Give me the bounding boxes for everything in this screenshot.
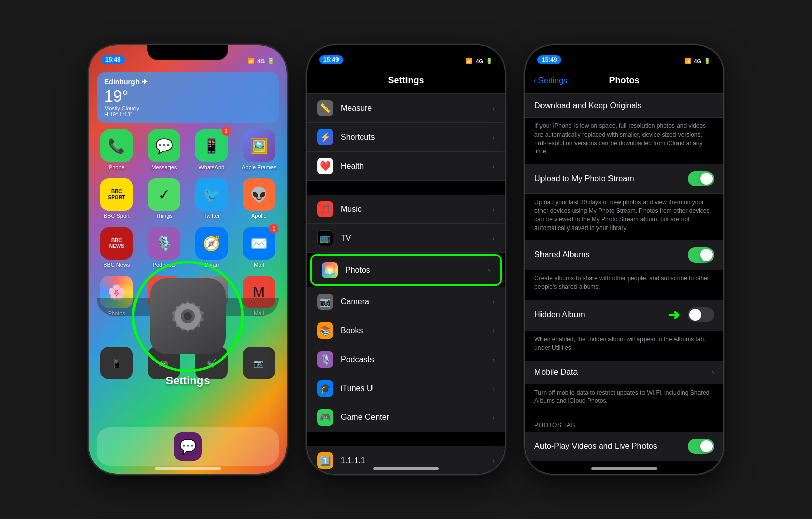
app-podcasts[interactable]: 🎙️ Podcasts — [145, 227, 184, 268]
app-messages[interactable]: 💬 Messages — [145, 129, 184, 170]
weather-temp: 19° — [104, 88, 272, 104]
shortcuts-icon: ⚡ — [317, 129, 333, 145]
home-indicator-2 — [373, 467, 439, 470]
settings-item-music[interactable]: 🎵 Music › — [307, 195, 505, 224]
home-screen-overlay — [97, 298, 279, 316]
app-grid-row2: BBCSPORT BBC Sport ✓ Things 🐦 Twitter 👽 … — [97, 178, 279, 219]
settings-list: 📏 Measure › ⚡ Shortcuts › ❤️ Health › — [307, 94, 505, 474]
photos-nav-title: Photos — [609, 75, 640, 86]
status-icons-2: 📶 4G 🔋 — [466, 58, 493, 64]
home-content: Edinburgh ✈ 19° Mostly Cloudy H:19° L:13… — [89, 68, 287, 474]
status-icons-3: 📶 4G 🔋 — [684, 58, 711, 64]
upload-stream-desc: Upload your last 30 days of new photos a… — [525, 194, 723, 240]
status-time-3: 15:49 — [537, 55, 561, 64]
toggle-knob-autoplay — [700, 440, 713, 452]
tv-icon: 📺 — [317, 230, 333, 246]
toggle-knob-hidden — [689, 309, 701, 321]
weather-widget[interactable]: Edinburgh ✈ 19° Mostly Cloudy H:19° L:13… — [97, 72, 279, 123]
home-indicator-1 — [155, 467, 221, 470]
photos-icon: 🌅 — [322, 262, 338, 278]
cloudflare-icon: 1️⃣ — [317, 452, 333, 469]
hidden-album-row[interactable]: Hidden Album ➜ — [525, 300, 723, 331]
itunes-u-icon: 🎓 — [317, 380, 333, 397]
app-whatsapp[interactable]: 📱 3 WhatsApp — [192, 129, 231, 170]
app-bbcsport[interactable]: BBCSPORT BBC Sport — [97, 178, 137, 219]
photos-tab-header: PHOTOS TAB — [525, 413, 723, 432]
notch-2 — [365, 45, 447, 60]
dock-slack[interactable]: 💬 — [174, 432, 202, 461]
settings-item-health[interactable]: ❤️ Health › — [307, 152, 505, 181]
health-icon: ❤️ — [317, 158, 333, 174]
photos-content: Download and Keep Originals If your iPho… — [525, 94, 723, 474]
shared-albums-desc: Create albums to share with other people… — [525, 270, 723, 300]
shared-albums-toggle[interactable] — [688, 247, 714, 263]
settings-item-books[interactable]: 📚 Books › — [307, 316, 505, 345]
green-arrow-icon: ➜ — [668, 307, 680, 323]
hidden-album-toggle[interactable] — [688, 307, 714, 322]
app-mail[interactable]: ✉️ 1 Mail — [240, 227, 279, 268]
status-icons-1: 📶 4G 🔋 — [248, 58, 275, 64]
separator-2 — [307, 432, 505, 446]
settings-nav: Settings — [307, 68, 505, 94]
mobile-data-row[interactable]: Mobile Data › — [525, 361, 723, 384]
podcasts-icon: 🎙️ — [317, 351, 333, 368]
settings-nav-title: Settings — [388, 75, 424, 86]
home-indicator-3 — [591, 467, 657, 470]
phone-1: 15:48 📶 4G 🔋 Edinburgh ✈ 19° — [89, 45, 287, 474]
app-frames[interactable]: 🖼️ Apple Frames — [240, 129, 279, 170]
upload-stream-toggle[interactable] — [688, 171, 714, 186]
game-center-icon: 🎮 — [317, 409, 333, 426]
settings-item-podcasts[interactable]: 🎙️ Podcasts › — [307, 345, 505, 374]
phone-3: 15:49 📶 4G 🔋 ‹ Settings Photos — [525, 45, 723, 474]
shared-albums-row[interactable]: Shared Albums — [525, 240, 723, 270]
app-twitter[interactable]: 🐦 Twitter — [192, 178, 231, 219]
app-phone[interactable]: 📞 Phone — [97, 129, 137, 170]
toggle-knob-upload — [700, 173, 713, 185]
photos-nav: ‹ Settings Photos — [525, 68, 723, 94]
back-button[interactable]: ‹ Settings — [533, 76, 567, 85]
mobile-data-desc: Turn off mobile data to restrict updates… — [525, 384, 723, 414]
phones-container: 15:48 📶 4G 🔋 Edinburgh ✈ 19° — [79, 35, 733, 484]
status-time-2: 15:49 — [319, 55, 343, 64]
weather-location: Edinburgh ✈ — [104, 78, 272, 86]
toggle-knob-shared — [700, 249, 713, 261]
notch-3 — [584, 45, 665, 60]
phone-1-screen: 15:48 📶 4G 🔋 Edinburgh ✈ 19° — [89, 45, 287, 474]
folder-3[interactable]: 🛒 — [192, 347, 231, 381]
camera-icon: 📷 — [317, 294, 333, 310]
status-time-1: 15:48 — [101, 55, 125, 64]
phone-2: 15:49 📶 4G 🔋 Settings 📏 Measure › — [307, 45, 505, 474]
app-things[interactable]: ✓ Things — [145, 178, 184, 219]
settings-screen: 15:49 📶 4G 🔋 Settings 📏 Measure › — [307, 45, 505, 474]
app-row4-container: 🌸 Photos 📅 Fantastical ⚙️ Settings M — [97, 276, 279, 316]
autoplay-row[interactable]: Auto-Play Videos and Live Photos — [525, 432, 723, 461]
photos-settings-screen: 15:49 📶 4G 🔋 ‹ Settings Photos — [525, 45, 723, 474]
settings-item-game-center[interactable]: 🎮 Game Center › — [307, 403, 505, 432]
measure-icon: 📏 — [317, 100, 333, 116]
settings-item-photos[interactable]: 🌅 Photos › — [310, 254, 502, 286]
settings-item-shortcuts[interactable]: ⚡ Shortcuts › — [307, 123, 505, 152]
app-grid-row3: BBCNEWS BBC News 🎙️ Podcasts 🧭 Safari ✉️ — [97, 227, 279, 268]
app-apollo[interactable]: 👽 Apollo — [240, 178, 279, 219]
app-grid-row1: 📞 Phone 💬 Messages 📱 3 WhatsApp — [97, 129, 279, 170]
download-originals-desc: If your iPhone is low on space, full-res… — [525, 118, 723, 164]
settings-item-measure[interactable]: 📏 Measure › — [307, 94, 505, 123]
notch-1 — [147, 45, 228, 60]
settings-item-camera[interactable]: 📷 Camera › — [307, 287, 505, 316]
download-originals-row[interactable]: Download and Keep Originals — [525, 94, 723, 118]
autoplay-toggle[interactable] — [688, 439, 714, 454]
settings-item-tv[interactable]: 📺 TV › — [307, 224, 505, 253]
music-icon: 🎵 — [317, 201, 333, 217]
dock: 💬 — [97, 427, 279, 466]
app-safari[interactable]: 🧭 Safari — [192, 227, 231, 268]
folder-row: 📱 🎮 🛒 📷 — [97, 347, 279, 387]
books-icon: 📚 — [317, 322, 333, 339]
separator-1 — [307, 181, 505, 195]
app-bbcnews[interactable]: BBCNEWS BBC News — [97, 227, 137, 268]
folder-2[interactable]: 🎮 — [145, 347, 184, 381]
folder-4[interactable]: 📷 — [240, 347, 279, 381]
settings-item-itunes-u[interactable]: 🎓 iTunes U › — [307, 374, 505, 403]
upload-stream-row[interactable]: Upload to My Photo Stream — [525, 164, 723, 194]
folder-1[interactable]: 📱 — [97, 347, 137, 381]
weather-desc: Mostly Cloudy H:19° L:13° — [104, 105, 272, 117]
